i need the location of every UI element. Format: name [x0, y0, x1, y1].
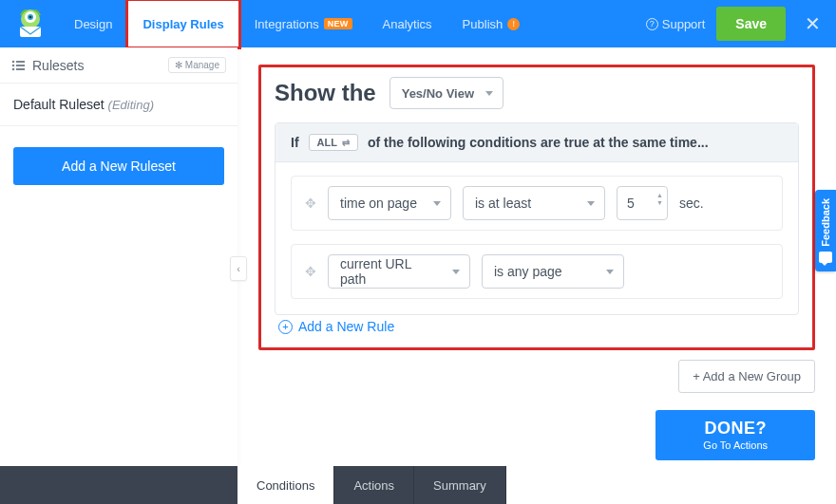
step-down-icon[interactable]: ▼: [656, 199, 663, 206]
unit-label: sec.: [679, 196, 704, 211]
tab-publish[interactable]: Publish !: [447, 0, 536, 47]
app-logo: [11, 5, 49, 43]
drag-handle-icon[interactable]: ✥: [305, 196, 316, 211]
top-nav: Design Display Rules Integrations NEW An…: [0, 0, 836, 47]
manage-label: Manage: [185, 60, 219, 70]
save-button[interactable]: Save: [716, 7, 786, 41]
group-intro: of the following conditions are true at …: [368, 135, 709, 150]
tab-integrations[interactable]: Integrations NEW: [239, 0, 368, 47]
done-subtitle: Go To Actions: [703, 439, 768, 452]
help-icon: ?: [646, 18, 658, 30]
ruleset-name: Default Ruleset: [13, 97, 104, 112]
support-label: Support: [662, 17, 706, 31]
plus-icon: +: [278, 320, 293, 334]
if-label: If: [291, 135, 299, 150]
gear-icon: ✻: [175, 60, 182, 70]
group-header: If ALL ⇄ of the following conditions are…: [276, 123, 798, 162]
done-title: DONE?: [703, 419, 768, 439]
done-button[interactable]: DONE? Go To Actions: [656, 410, 815, 460]
condition-row: ✥ current URL path is any page: [291, 244, 783, 299]
ruleset-item[interactable]: Default Ruleset (Editing): [0, 84, 238, 126]
rules-panel: Show the Yes/No View If ALL ⇄ of the fol…: [258, 65, 815, 350]
support-link[interactable]: ? Support: [646, 17, 706, 31]
chat-icon: [819, 252, 832, 263]
field-select[interactable]: current URL path: [328, 254, 470, 289]
sidebar-header: Rulesets ✻ Manage: [0, 47, 238, 84]
svg-point-7: [12, 64, 15, 66]
step-up-icon[interactable]: ▲: [656, 192, 663, 198]
subtab-conditions[interactable]: Conditions: [238, 466, 334, 504]
sidebar-title: Rulesets: [32, 58, 84, 73]
svg-rect-8: [16, 65, 25, 66]
badge-new: NEW: [324, 18, 352, 29]
sidebar: Rulesets ✻ Manage Default Ruleset (Editi…: [0, 47, 238, 466]
add-rule-label: Add a New Rule: [298, 319, 394, 334]
scope-toggle[interactable]: ALL ⇄: [309, 134, 358, 151]
view-select[interactable]: Yes/No View: [390, 77, 504, 109]
add-rule-button[interactable]: + Add a New Rule: [275, 315, 799, 336]
manage-button[interactable]: ✻ Manage: [168, 57, 226, 73]
tab-publish-label: Publish: [463, 17, 504, 31]
publish-alert-icon: !: [507, 18, 520, 30]
svg-point-3: [29, 16, 32, 19]
operator-select[interactable]: is any page: [482, 254, 624, 289]
svg-rect-6: [16, 61, 25, 63]
swap-icon: ⇄: [342, 138, 350, 148]
bottom-bar: Conditions Actions Summary: [0, 466, 836, 504]
tab-design[interactable]: Design: [59, 0, 127, 47]
value-input[interactable]: 5 ▲▼: [617, 186, 668, 220]
field-select[interactable]: time on page: [328, 186, 451, 220]
tab-display-rules[interactable]: Display Rules: [127, 0, 238, 47]
nav-tabs: Design Display Rules Integrations NEW An…: [59, 0, 535, 47]
editing-badge: (Editing): [108, 98, 154, 112]
nav-right: ? Support Save ✕: [646, 7, 828, 41]
svg-point-5: [12, 60, 15, 63]
drag-handle-icon[interactable]: ✥: [305, 264, 316, 279]
value-text: 5: [627, 196, 635, 211]
condition-row: ✥ time on page is at least 5 ▲▼ sec.: [291, 176, 783, 231]
svg-rect-10: [16, 68, 25, 70]
close-icon[interactable]: ✕: [797, 12, 828, 35]
add-group-button[interactable]: + Add a New Group: [678, 360, 815, 393]
main-content: Show the Yes/No View If ALL ⇄ of the fol…: [238, 47, 836, 466]
operator-select[interactable]: is at least: [463, 186, 605, 220]
scope-label: ALL: [317, 137, 337, 148]
feedback-label: Feedback: [820, 198, 831, 247]
add-ruleset-button[interactable]: Add a New Ruleset: [13, 147, 224, 185]
tab-analytics[interactable]: Analytics: [368, 0, 447, 47]
condition-group: If ALL ⇄ of the following conditions are…: [275, 122, 799, 315]
feedback-tab[interactable]: Feedback: [815, 190, 836, 271]
subtab-actions[interactable]: Actions: [334, 466, 414, 504]
tab-integrations-label: Integrations: [255, 17, 319, 31]
subtab-summary[interactable]: Summary: [414, 466, 506, 504]
panel-title: Show the: [275, 80, 376, 106]
svg-point-9: [12, 67, 15, 70]
list-icon: [11, 60, 25, 71]
